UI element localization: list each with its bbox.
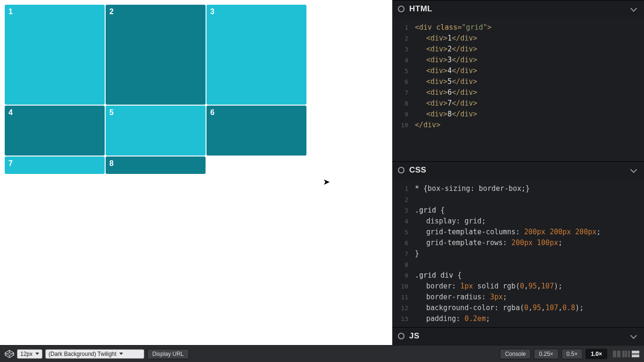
html-editor[interactable]: 1<div class="grid">2<div>1</div>3<div>2<… (392, 17, 644, 161)
editors-column: HTML 1<div class="grid">2<div>1</div>3<d… (392, 0, 644, 345)
panel-header-js: JS (392, 327, 644, 345)
zoom-button[interactable]: 0.25× (534, 349, 558, 359)
grid-cell: 4 (5, 106, 105, 156)
chevron-down-icon[interactable] (630, 333, 638, 339)
chevron-down-icon[interactable] (630, 6, 638, 12)
grid-cell: 6 (206, 106, 306, 156)
layout-icon[interactable] (613, 351, 620, 357)
console-button[interactable]: Console (500, 349, 531, 359)
grid-cell: 5 (106, 106, 206, 156)
css-editor[interactable]: 1* {box-sizing: border-box;}2 3.grid {4d… (392, 179, 644, 327)
font-size-select[interactable]: 12px (17, 349, 42, 359)
grid-cell: 7 (5, 156, 105, 174)
grid-cell: 1 (5, 5, 105, 105)
cursor-icon: ➤ (323, 177, 330, 187)
select-value: 12px (20, 351, 33, 357)
preview-pane: 1 2 3 4 5 6 7 8 ➤ (0, 0, 392, 345)
zoom-button[interactable]: 1.0× (586, 349, 607, 359)
grid-cell: 8 (106, 156, 206, 174)
theme-select[interactable]: (Dark Background) Twilight (45, 349, 144, 359)
panel-title: CSS (409, 165, 426, 175)
panel-js: JS (392, 327, 644, 345)
panel-header-css: CSS (392, 161, 644, 179)
app-root: 1 2 3 4 5 6 7 8 ➤ HTML 1<div class="grid… (0, 0, 644, 345)
gear-icon[interactable] (398, 333, 405, 339)
grid-cell: 3 (206, 5, 306, 105)
panel-html: HTML 1<div class="grid">2<div>1</div>3<d… (392, 0, 644, 161)
panel-css: CSS 1* {box-sizing: border-box;}2 3.grid… (392, 161, 644, 327)
gear-icon[interactable] (398, 6, 405, 12)
layout-icon[interactable] (622, 351, 630, 357)
chevron-down-icon[interactable] (630, 167, 638, 173)
panel-header-html: HTML (392, 0, 644, 17)
layout-icons (613, 351, 639, 357)
gear-icon[interactable] (398, 167, 405, 173)
panel-title: JS (409, 331, 420, 341)
layout-icon[interactable] (632, 351, 639, 357)
select-value: (Dark Background) Twilight (49, 351, 116, 357)
output-grid: 1 2 3 4 5 6 7 8 (5, 5, 392, 174)
codepen-logo-icon[interactable] (5, 350, 14, 358)
footer-bar: 12px (Dark Background) Twilight Display … (0, 345, 644, 362)
panel-title: HTML (409, 4, 432, 14)
caret-down-icon (35, 353, 39, 355)
grid-cell: 2 (106, 5, 206, 105)
caret-down-icon (119, 353, 123, 355)
zoom-button[interactable]: 0.5× (561, 349, 583, 359)
display-url-button[interactable]: Display URL (147, 349, 189, 359)
